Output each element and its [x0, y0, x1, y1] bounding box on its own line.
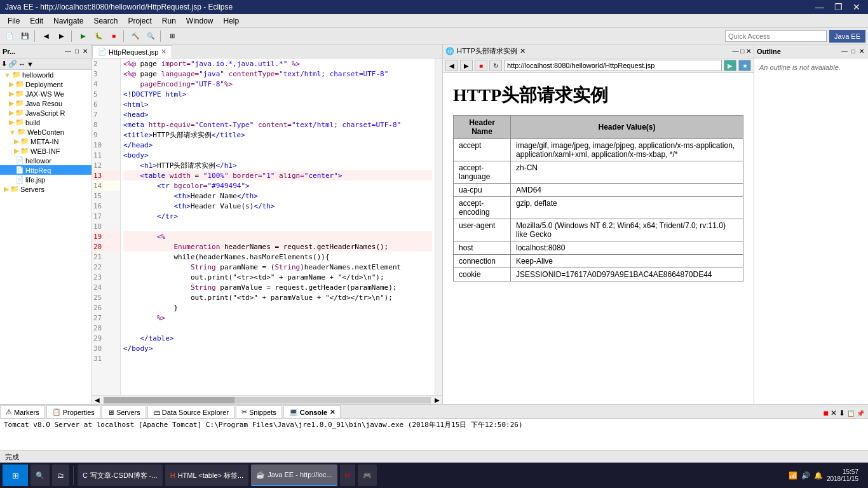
- btm-tab-console[interactable]: 💻 Console ✕: [283, 405, 341, 418]
- code-content[interactable]: <%@ page import="java.io.*,java.util.*" …: [121, 58, 435, 395]
- taskbar-sep-1: [73, 466, 74, 485]
- tree-item-build[interactable]: ▶ 📁 build: [0, 118, 92, 127]
- code-line-9: <title>HTTP头部请求实例</title>: [123, 130, 432, 140]
- servers-label: Servers: [116, 409, 140, 416]
- tree-item-helloworld[interactable]: ▼ 📁 helloworld: [0, 70, 92, 79]
- nav-refresh-button[interactable]: ↻: [489, 60, 502, 71]
- browser-content[interactable]: HTTP头部请求实例 Header Name Header Value(s) a…: [443, 73, 754, 404]
- tb-build-button[interactable]: 🔨: [128, 30, 142, 43]
- tree-item-jaxws[interactable]: ▶ 📁 JAX-WS We: [0, 89, 92, 98]
- tb-new-button[interactable]: 📄: [3, 30, 17, 43]
- header-value-cell: Mozilla/5.0 (Windows NT 6.2; Win64; x64;…: [511, 219, 743, 241]
- taskbar-app-game[interactable]: 🎮: [358, 464, 377, 486]
- console-copy-btn[interactable]: 📋: [847, 410, 855, 417]
- horizontal-scrollbar[interactable]: ◀ ▶: [92, 395, 442, 404]
- nav-back-button[interactable]: ◀: [445, 60, 458, 71]
- btm-tab-properties[interactable]: 📋 Properties: [46, 405, 100, 418]
- outline-maximize-btn[interactable]: □: [850, 48, 857, 55]
- nav-go-button[interactable]: ▶: [724, 60, 736, 71]
- tree-item-javascript[interactable]: ▶ 📁 JavaScript R: [0, 108, 92, 118]
- tab-close-httprequest[interactable]: ✕: [161, 48, 166, 56]
- menu-window[interactable]: Window: [181, 15, 219, 27]
- tb-fwd-button[interactable]: ▶: [55, 30, 69, 43]
- tb-back-button[interactable]: ◀: [39, 30, 53, 43]
- taskbar-app-eclipse[interactable]: ☕ Java EE - http://loc...: [251, 464, 337, 486]
- btm-tab-servers[interactable]: 🖥 Servers: [102, 405, 146, 418]
- menu-navigate[interactable]: Navigate: [48, 15, 88, 27]
- url-bar[interactable]: [504, 60, 722, 71]
- tree-item-webinf[interactable]: ▶ 📁 WEB-INF: [0, 146, 92, 156]
- minimize-button[interactable]: —: [813, 2, 827, 12]
- menu-project[interactable]: Project: [123, 15, 156, 27]
- taskbar-task-view-btn[interactable]: 🗂: [52, 464, 69, 486]
- minimize-panel-btn[interactable]: —: [64, 48, 72, 55]
- scroll-left-btn[interactable]: ◀: [92, 396, 102, 403]
- tb-separator-4: [160, 30, 163, 42]
- taskbar-app-csdn[interactable]: C 写文章-CSDN博客 -...: [78, 464, 163, 486]
- tree-item-servers[interactable]: ▶ 📁 Servers: [0, 184, 92, 194]
- btm-tab-markers[interactable]: ⚠ Markers: [0, 405, 45, 418]
- scrollbar-track[interactable]: [104, 397, 431, 403]
- chevron-webcontent: ▼: [9, 128, 16, 136]
- outline-panel-header: Outline — □ ✕: [754, 44, 868, 58]
- menu-run[interactable]: Run: [157, 15, 181, 27]
- console-clear-btn[interactable]: ✕: [831, 409, 837, 417]
- console-tab-close[interactable]: ✕: [330, 409, 335, 416]
- console-scroll-btn[interactable]: ⬇: [839, 409, 845, 417]
- tb-save-button[interactable]: 💾: [18, 30, 32, 43]
- menu-help[interactable]: Help: [219, 15, 245, 27]
- tree-item-metainf[interactable]: ▶ 📁 META-IN: [0, 137, 92, 146]
- header-value-cell: gzip, deflate: [511, 197, 743, 219]
- nav-forward-button[interactable]: ▶: [460, 60, 473, 71]
- header-name-cell: accept-encoding: [454, 197, 511, 219]
- explorer-toolbar-icon-3[interactable]: ↔: [18, 60, 25, 68]
- taskbar-app-html[interactable]: H HTML <table> 标签...: [165, 464, 248, 486]
- outline-close-btn[interactable]: ✕: [858, 48, 865, 55]
- maximize-button[interactable]: ❐: [832, 2, 845, 12]
- btm-tab-datasource[interactable]: 🗃 Data Source Explorer: [147, 405, 234, 418]
- vertical-scrollbar[interactable]: [435, 58, 442, 395]
- quick-access-input[interactable]: [725, 30, 827, 42]
- close-panel-btn[interactable]: ✕: [81, 48, 89, 55]
- menu-edit[interactable]: Edit: [25, 15, 48, 27]
- nav-stop-button[interactable]: ■: [475, 60, 487, 71]
- folder-icon-servers: 📁: [10, 185, 19, 193]
- outline-minimize-btn[interactable]: —: [840, 48, 849, 55]
- menu-search[interactable]: Search: [88, 15, 123, 27]
- close-button[interactable]: ✕: [850, 2, 863, 12]
- nav-bookmark-button[interactable]: ★: [738, 60, 751, 71]
- markers-icon: ⚠: [6, 408, 12, 416]
- tb-debug-button[interactable]: 🐛: [92, 30, 105, 43]
- tree-item-httprequest[interactable]: 📄 HttpReq: [0, 165, 92, 175]
- tree-item-deployment[interactable]: ▶ 📁 Deployment: [0, 79, 92, 89]
- clock[interactable]: 15:57 2018/11/15: [827, 468, 858, 482]
- tb-stop-button[interactable]: ■: [107, 30, 121, 43]
- console-stop-btn[interactable]: ■: [824, 408, 829, 418]
- taskbar-search-btn[interactable]: 🔍: [31, 464, 50, 486]
- tb-run-button[interactable]: ▶: [76, 30, 90, 43]
- browser-tab-close[interactable]: ✕: [520, 47, 526, 55]
- console-pin-btn[interactable]: 📌: [857, 410, 864, 417]
- maximize-panel-btn[interactable]: □: [74, 48, 80, 55]
- explorer-toolbar-icon-4[interactable]: ▼: [27, 60, 34, 68]
- outline-message: An outline is not available.: [754, 58, 868, 76]
- perspective-button[interactable]: Java EE: [829, 30, 865, 43]
- tree-item-javaresource[interactable]: ▶ 📁 Java Resou: [0, 98, 92, 108]
- taskbar-app-h[interactable]: H: [340, 464, 355, 486]
- tb-window-btn[interactable]: ⊞: [165, 30, 179, 43]
- tree-item-webcontent[interactable]: ▼ 📁 WebConten: [0, 127, 92, 137]
- tb-search-button[interactable]: 🔍: [144, 30, 158, 43]
- explorer-toolbar-icon-1[interactable]: ⬇: [1, 60, 7, 68]
- explorer-toolbar-icon-2[interactable]: 🔗: [8, 60, 17, 68]
- console-toolbar-btns: ■ ✕ ⬇ 📋 📌: [820, 408, 868, 418]
- btm-tab-snippets[interactable]: ✂ Snippets: [236, 405, 282, 418]
- tree-item-lifejsp[interactable]: 📄 life.jsp: [0, 175, 92, 184]
- code-line-24: String paramValue = request.getHeader(pa…: [123, 282, 432, 292]
- tree-label-webinf: WEB-INF: [31, 147, 60, 155]
- tree-item-hellojsp[interactable]: 📄 hellowor: [0, 156, 92, 165]
- start-button[interactable]: ⊞: [3, 464, 28, 486]
- scroll-right-btn[interactable]: ▶: [432, 396, 442, 403]
- code-line-6: <html>: [123, 99, 432, 109]
- menu-file[interactable]: File: [3, 15, 25, 27]
- editor-tab-httprequest[interactable]: 📄 HttpRequest.jsp ✕: [92, 45, 172, 58]
